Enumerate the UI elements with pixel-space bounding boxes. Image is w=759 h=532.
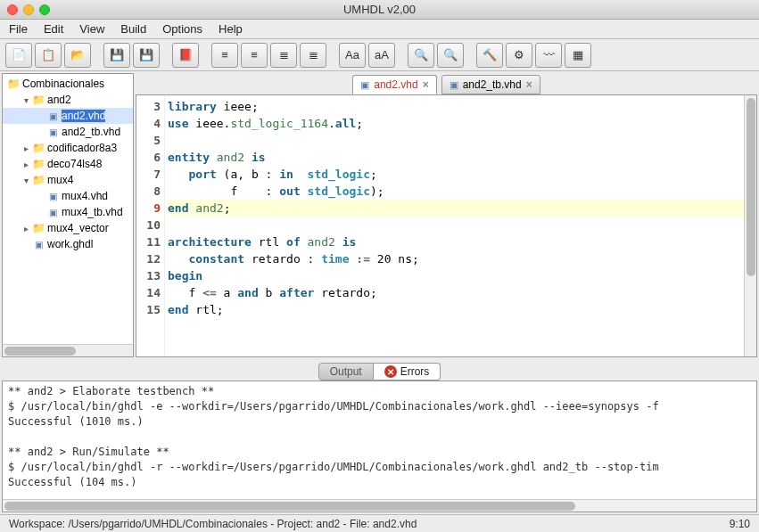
tree-folder-codificador8a3[interactable]: ▸📁codificador8a3 (3, 140, 133, 156)
toolbar: 📄📋📂💾💾📕≡≡≣≣AaaA🔍🔍🔨⚙〰▦ (0, 39, 759, 71)
code-line-6[interactable]: entity and2 is (168, 149, 756, 166)
window-title: UMHDL v2,00 (0, 3, 759, 16)
code-line-11[interactable]: architecture rtl of and2 is (168, 233, 756, 250)
wave-icon[interactable]: 〰 (535, 43, 562, 68)
console-line: ** and2 > Elaborate testbench ** (8, 385, 751, 400)
font-large-icon[interactable]: aA (368, 43, 395, 68)
editor-tabs: ▣and2.vhd×▣and2_tb.vhd× (136, 73, 757, 94)
menu-build[interactable]: Build (120, 22, 146, 36)
zoom-in-icon[interactable]: 🔍 (408, 43, 434, 68)
open-icon[interactable]: 📂 (64, 43, 91, 68)
console-line (8, 430, 751, 446)
tree-file-mux4_tb-vhd[interactable]: ▣mux4_tb.vhd (3, 204, 133, 220)
console-line: Successful (104 ms.) (8, 476, 751, 491)
console-line: $ /usr/local/bin/ghdl -e --workdir=/User… (8, 400, 751, 415)
uncomment-icon[interactable]: ≣ (300, 43, 326, 68)
code-line-13[interactable]: begin (168, 267, 756, 284)
new-file-icon[interactable]: 📄 (5, 43, 32, 68)
error-icon: ✕ (384, 365, 397, 378)
chip-icon[interactable]: ▦ (565, 43, 591, 68)
new-project-icon[interactable]: 📋 (35, 43, 62, 68)
pdf-icon[interactable]: 📕 (172, 43, 199, 68)
tree-file-and2-vhd[interactable]: ▣and2.vhd (3, 108, 133, 124)
file-icon: ▣ (450, 79, 458, 91)
code-line-14[interactable]: f <= a and b after retardo; (168, 284, 756, 301)
bottom-tab-errors[interactable]: ✕Errors (374, 363, 441, 381)
close-tab-icon[interactable]: × (526, 78, 532, 91)
tree-file-work-ghdl[interactable]: ▣work.ghdl (3, 236, 133, 252)
code-line-3[interactable]: library ieee; (168, 98, 756, 115)
tree-file-and2_tb-vhd[interactable]: ▣and2_tb.vhd (3, 124, 133, 140)
editor-vscroll[interactable] (744, 95, 756, 356)
code-editor[interactable]: 3456789101112131415 library ieee;use iee… (136, 94, 757, 357)
status-right: 9:10 (730, 518, 750, 530)
console-line: $ /usr/local/bin/ghdl -r --workdir=/User… (8, 461, 751, 476)
outdent-icon[interactable]: ≡ (211, 43, 238, 68)
code-line-10[interactable] (168, 217, 756, 233)
menu-view[interactable]: View (79, 22, 104, 36)
tree-root[interactable]: Combinacionales (22, 78, 104, 90)
gear-icon[interactable]: ⚙ (506, 43, 532, 68)
bottom-panel: Output✕Errors ** and2 > Elaborate testbe… (2, 361, 757, 512)
comment-icon[interactable]: ≣ (270, 43, 297, 68)
console-line: ** and2 > Run/Simulate ** (8, 446, 751, 461)
code-area[interactable]: library ieee;use ieee.std_logic_1164.all… (165, 95, 756, 356)
tree-hscroll[interactable] (3, 344, 133, 356)
zoom-out-icon[interactable]: 🔍 (437, 43, 464, 68)
code-line-9[interactable]: end and2; (168, 200, 756, 217)
console-line: Successful (1010 ms.) (8, 415, 751, 430)
console-hscroll[interactable] (3, 499, 756, 512)
tab-and2-vhd[interactable]: ▣and2.vhd× (352, 75, 436, 94)
menu-help[interactable]: Help (219, 22, 243, 36)
tab-and2_tb-vhd[interactable]: ▣and2_tb.vhd× (441, 75, 540, 94)
status-left: Workspace: /Users/pgarrido/UMHDL/Combina… (9, 518, 417, 530)
code-line-7[interactable]: port (a, b : in std_logic; (168, 166, 756, 183)
code-line-5[interactable] (168, 132, 756, 149)
statusbar: Workspace: /Users/pgarrido/UMHDL/Combina… (0, 514, 759, 532)
tree-folder-and2[interactable]: ▾📁and2 (3, 92, 133, 108)
font-small-icon[interactable]: Aa (339, 43, 366, 68)
code-line-4[interactable]: use ieee.std_logic_1164.all; (168, 115, 756, 132)
save-all-icon[interactable]: 💾 (133, 43, 160, 68)
tree-folder-mux4[interactable]: ▾📁mux4 (3, 172, 133, 188)
bottom-tab-output[interactable]: Output (318, 363, 374, 381)
project-tree: 📁Combinacionales▾📁and2▣and2.vhd▣and2_tb.… (2, 73, 134, 357)
code-line-8[interactable]: f : out std_logic); (168, 183, 756, 200)
titlebar: UMHDL v2,00 (0, 0, 759, 20)
code-line-15[interactable]: end rtl; (168, 301, 756, 318)
menubar: FileEditViewBuildOptionsHelp (0, 20, 759, 39)
tree-folder-mux4_vector[interactable]: ▸📁mux4_vector (3, 220, 133, 236)
close-tab-icon[interactable]: × (423, 78, 429, 91)
menu-file[interactable]: File (9, 22, 28, 36)
bottom-tabs: Output✕Errors (2, 361, 757, 381)
console-output[interactable]: ** and2 > Elaborate testbench **$ /usr/l… (2, 381, 757, 512)
save-icon[interactable]: 💾 (103, 43, 130, 68)
tree-folder-deco74ls48[interactable]: ▸📁deco74ls48 (3, 156, 133, 172)
code-line-12[interactable]: constant retardo : time := 20 ns; (168, 250, 756, 267)
file-icon: ▣ (360, 79, 369, 91)
menu-edit[interactable]: Edit (44, 22, 63, 36)
indent-icon[interactable]: ≡ (241, 43, 268, 68)
hammer-icon[interactable]: 🔨 (476, 43, 503, 68)
tree-file-mux4-vhd[interactable]: ▣mux4.vhd (3, 188, 133, 204)
line-gutter: 3456789101112131415 (136, 95, 165, 356)
menu-options[interactable]: Options (162, 22, 202, 36)
